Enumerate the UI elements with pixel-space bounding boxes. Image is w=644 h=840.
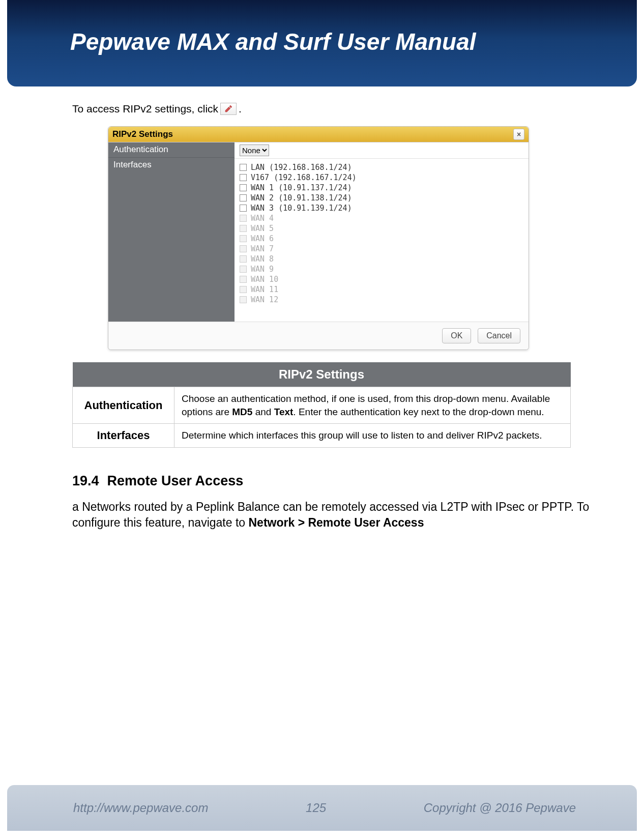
interface-checkbox[interactable]	[240, 164, 247, 171]
desc-text: . Enter the authentication key next to t…	[293, 407, 544, 417]
interface-checkbox	[240, 245, 247, 252]
label-interfaces: Interfaces	[108, 158, 235, 321]
document-title: Pepwave MAX and Surf User Manual	[70, 28, 637, 55]
interface-item[interactable]: WAN 2 (10.91.138.1/24)	[240, 193, 357, 202]
interface-label: WAN 10	[251, 275, 278, 284]
interface-item[interactable]: V167 (192.168.167.1/24)	[240, 173, 357, 182]
footer-band: http://www.pepwave.com 125 Copyright @ 2…	[7, 785, 637, 831]
interface-label: V167 (192.168.167.1/24)	[251, 173, 357, 182]
interface-label: WAN 3 (10.91.139.1/24)	[251, 204, 352, 213]
authentication-select[interactable]: None	[240, 144, 269, 156]
interface-label: WAN 11	[251, 285, 278, 294]
page: Pepwave MAX and Surf User Manual To acce…	[0, 0, 644, 840]
interface-label: LAN (192.168.168.1/24)	[251, 163, 352, 172]
table-row: Authentication Choose an authentication …	[73, 387, 571, 424]
interface-checkbox	[240, 266, 247, 273]
table-row: Interfaces Determine which interfaces th…	[73, 424, 571, 448]
interface-item: WAN 9	[240, 265, 357, 274]
dialog-body: Authentication Interfaces None LAN (192.…	[108, 142, 529, 322]
dialog-values-column: None LAN (192.168.168.1/24)V167 (192.168…	[235, 142, 529, 322]
interface-label: WAN 7	[251, 244, 274, 253]
interface-item: WAN 6	[240, 234, 357, 243]
interface-checkbox	[240, 225, 247, 232]
section-heading: 19.4Remote User Access	[72, 473, 593, 489]
row-desc-authentication: Choose an authentication method, if one …	[174, 387, 571, 424]
interface-item: WAN 8	[240, 254, 357, 264]
interface-checkbox	[240, 276, 247, 283]
intro-suffix: .	[239, 103, 242, 115]
section-number: 19.4	[72, 473, 99, 488]
dialog-title: RIPv2 Settings	[112, 129, 173, 139]
intro-line: To access RIPv2 settings, click .	[72, 103, 593, 115]
interface-label: WAN 8	[251, 254, 274, 264]
interface-checkbox	[240, 235, 247, 242]
dialog-footer: OK Cancel	[108, 322, 529, 350]
interface-item[interactable]: WAN 3 (10.91.139.1/24)	[240, 204, 357, 213]
interfaces-row: LAN (192.168.168.1/24)V167 (192.168.167.…	[235, 159, 529, 322]
interface-label: WAN 1 (10.91.137.1/24)	[251, 183, 352, 192]
desc-text: and	[252, 407, 274, 417]
interface-checkbox[interactable]	[240, 205, 247, 212]
interface-label: WAN 2 (10.91.138.1/24)	[251, 193, 352, 202]
desc-bold-md5: MD5	[232, 407, 252, 417]
interface-item: WAN 12	[240, 295, 357, 304]
interface-checkbox[interactable]	[240, 174, 247, 181]
header-band: Pepwave MAX and Surf User Manual	[7, 0, 637, 86]
header-inner: Pepwave MAX and Surf User Manual	[7, 0, 637, 55]
footer-copyright: Copyright @ 2016 Pepwave	[424, 801, 576, 815]
interfaces-list: LAN (192.168.168.1/24)V167 (192.168.167.…	[240, 163, 357, 304]
edit-icon[interactable]	[220, 103, 237, 115]
cancel-button[interactable]: Cancel	[478, 328, 520, 343]
interface-item: WAN 10	[240, 275, 357, 284]
close-button[interactable]: ×	[513, 129, 524, 140]
interface-item: WAN 11	[240, 285, 357, 294]
intro-prefix: To access RIPv2 settings, click	[72, 103, 218, 115]
footer-page-number: 125	[306, 801, 326, 815]
ripv2-settings-table: RIPv2 Settings Authentication Choose an …	[72, 362, 571, 448]
section-title: Remote User Access	[107, 473, 244, 488]
interface-item: WAN 7	[240, 244, 357, 253]
section-nav-path: Network > Remote User Access	[249, 516, 424, 529]
row-label-authentication: Authentication	[73, 387, 174, 424]
desc-bold-text: Text	[274, 407, 294, 417]
row-desc-interfaces: Determine which interfaces this group wi…	[174, 424, 571, 448]
interface-label: WAN 5	[251, 224, 274, 233]
label-authentication: Authentication	[108, 142, 235, 158]
dialog-labels-column: Authentication Interfaces	[108, 142, 235, 322]
ripv2-settings-dialog: RIPv2 Settings × Authentication Interfac…	[108, 126, 529, 350]
interface-checkbox	[240, 296, 247, 303]
interface-label: WAN 6	[251, 234, 274, 243]
interface-label: WAN 12	[251, 295, 278, 304]
interface-checkbox[interactable]	[240, 194, 247, 201]
interface-item[interactable]: LAN (192.168.168.1/24)	[240, 163, 357, 172]
interface-label: WAN 9	[251, 265, 274, 274]
interface-checkbox	[240, 215, 247, 222]
ok-button[interactable]: OK	[442, 328, 471, 343]
row-label-interfaces: Interfaces	[73, 424, 174, 448]
section-body: a Networks routed by a Peplink Balance c…	[72, 499, 593, 531]
interface-item[interactable]: WAN 1 (10.91.137.1/24)	[240, 183, 357, 192]
dialog-titlebar: RIPv2 Settings ×	[108, 127, 529, 142]
interface-checkbox[interactable]	[240, 184, 247, 191]
interface-item: WAN 4	[240, 214, 357, 223]
content: To access RIPv2 settings, click . RIPv2 …	[0, 86, 644, 531]
interface-checkbox	[240, 255, 247, 263]
interface-item: WAN 5	[240, 224, 357, 233]
interface-checkbox	[240, 286, 247, 293]
authentication-row: None	[235, 142, 529, 159]
table-header: RIPv2 Settings	[73, 362, 571, 387]
interface-label: WAN 4	[251, 214, 274, 223]
footer-url: http://www.pepwave.com	[73, 801, 208, 815]
